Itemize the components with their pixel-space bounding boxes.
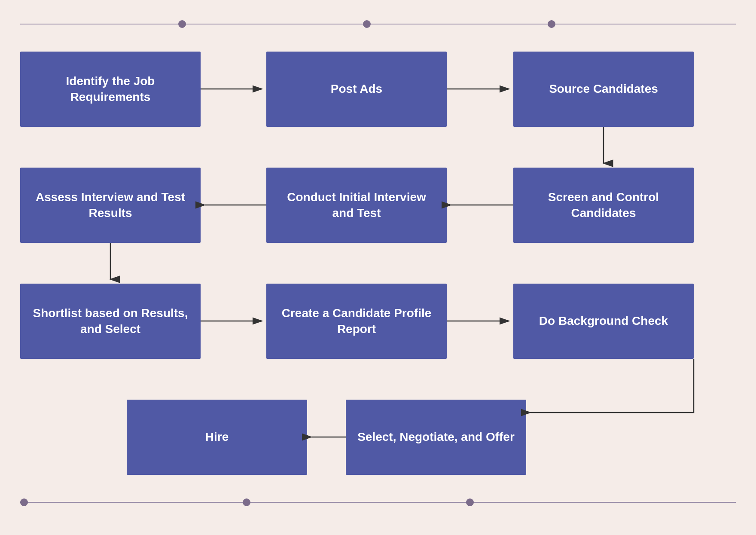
deco-dot-bottom-2 bbox=[243, 498, 250, 506]
deco-line-top bbox=[20, 24, 736, 24]
box-post-ads: Post Ads bbox=[266, 52, 447, 127]
box-identify-job-requirements: Identify the Job Requirements bbox=[20, 52, 201, 127]
box-hire: Hire bbox=[127, 400, 307, 475]
box-assess-interview: Assess Interview and Test Results bbox=[20, 168, 201, 243]
arrow-background-to-select bbox=[530, 359, 694, 413]
box-shortlist: Shortlist based on Results, and Select bbox=[20, 284, 201, 359]
deco-dot-bottom-1 bbox=[20, 498, 28, 506]
box-select-negotiate: Select, Negotiate, and Offer bbox=[346, 400, 526, 475]
deco-dot-bottom-3 bbox=[466, 498, 474, 506]
box-source-candidates: Source Candidates bbox=[513, 52, 694, 127]
diagram-container: Identify the Job Requirements Post Ads S… bbox=[0, 0, 756, 535]
box-background-check: Do Background Check bbox=[513, 284, 694, 359]
box-conduct-interview: Conduct Initial Interview and Test bbox=[266, 168, 447, 243]
deco-dot-top-2 bbox=[363, 20, 371, 28]
deco-line-bottom bbox=[20, 502, 736, 503]
deco-dot-top-3 bbox=[548, 20, 555, 28]
deco-dot-top-1 bbox=[178, 20, 186, 28]
box-screen-candidates: Screen and Control Candidates bbox=[513, 168, 694, 243]
box-create-profile: Create a Candidate Profile Report bbox=[266, 284, 447, 359]
